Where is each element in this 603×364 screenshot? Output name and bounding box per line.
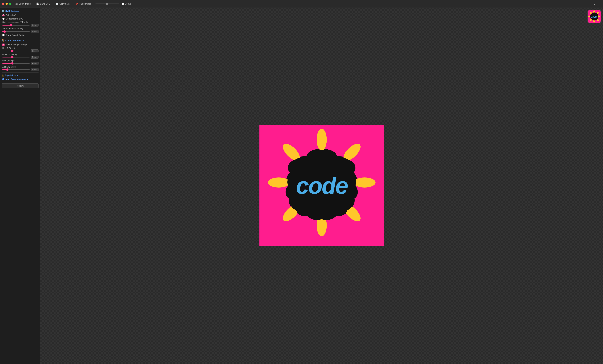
main-canvas: code — [259, 125, 384, 246]
zoom-slider[interactable] — [95, 3, 119, 4]
alpha-label: Alpha (1 Steps) — [2, 66, 16, 68]
open-image-label: Open Image — [19, 2, 31, 5]
input-size-icon: 📐 — [2, 74, 4, 77]
open-image-icon: 🖼 — [15, 2, 18, 5]
blue-reset[interactable]: Reset — [31, 62, 38, 65]
suppress-speckles-slider[interactable] — [2, 25, 30, 25]
posterize-checkbox[interactable] — [2, 44, 5, 46]
monochrome-svg-row: Monochrome SVG — [2, 17, 38, 20]
chevron-down-icon[interactable]: ⌄ — [593, 1, 596, 6]
red-reset[interactable]: Reset — [31, 49, 38, 52]
paste-image-label: Paste Image — [79, 2, 91, 5]
save-svg-icon: 💾 — [36, 2, 39, 5]
suppress-speckles-reset[interactable]: Reset — [31, 24, 38, 27]
input-preprocessing-icon: 🖼 — [2, 78, 4, 80]
green-slider[interactable] — [2, 57, 30, 57]
monochrome-svg-radio[interactable] — [2, 18, 5, 20]
posterize-label: Posterize Input Image — [6, 43, 27, 46]
alpha-slider-row: Reset — [2, 68, 38, 71]
red-label: Red (5 Steps) — [2, 47, 15, 49]
suppress-speckles-label: Suppress speckles (2 Pixels) — [2, 21, 38, 23]
stroke-width-label: Stroke Width (0 Pixels) — [2, 27, 38, 30]
svg-point-1 — [317, 129, 327, 151]
canvas-area[interactable]: code code — [40, 8, 603, 364]
blue-slider-row: Reset — [2, 62, 38, 65]
svg-options-chevron: ▼ — [20, 10, 22, 12]
debug-label[interactable]: Debug — [122, 2, 131, 5]
input-preprocessing-header[interactable]: 🖼 Input Preprocessing ▶ — [2, 78, 38, 80]
svg-text:code: code — [296, 172, 348, 199]
color-channels-label: Color Channels — [5, 39, 22, 42]
save-svg-button[interactable]: 💾 Save SVG — [35, 2, 52, 6]
color-channels-header[interactable]: 🎨 Color Channels ▼ — [2, 39, 38, 42]
input-size-label: Input Size — [5, 74, 16, 77]
svg-options-label: SVG Options — [5, 10, 19, 12]
green-reset[interactable]: Reset — [31, 56, 38, 59]
divider-2 — [2, 72, 38, 73]
blue-slider[interactable] — [2, 63, 30, 64]
save-svg-label: Save SVG — [40, 2, 50, 5]
debug-text: Debug — [125, 2, 131, 5]
show-expert-label: Show Expert Options — [6, 34, 26, 36]
reset-all-button[interactable]: Reset All — [2, 83, 38, 88]
close-button[interactable] — [2, 3, 4, 5]
color-channels-chevron: ▼ — [23, 40, 24, 41]
stroke-width-slider[interactable] — [2, 31, 30, 32]
paste-image-button[interactable]: 📌 Paste Image — [74, 2, 93, 6]
copy-svg-label: Copy SVG — [59, 2, 70, 5]
blue-label: Blue (5 Steps) — [2, 59, 15, 62]
copy-svg-icon: 📋 — [56, 2, 58, 5]
thumbnail: code — [588, 10, 601, 23]
svg-point-7 — [268, 177, 290, 188]
minimize-button[interactable] — [6, 3, 8, 5]
svg-point-3 — [354, 177, 375, 188]
alpha-slider[interactable] — [2, 69, 30, 70]
show-expert-checkbox[interactable] — [2, 34, 5, 36]
titlebar-actions: ⌄ ⋮ — [593, 1, 601, 6]
debug-checkbox[interactable] — [122, 3, 124, 5]
titlebar: 🖼 Open Image 💾 Save SVG 📋 Copy SVG 📌 Pas… — [0, 0, 603, 8]
posterize-row: Posterize Input Image — [2, 43, 38, 46]
stroke-width-reset[interactable]: Reset — [31, 30, 38, 33]
alpha-reset[interactable]: Reset — [31, 68, 38, 71]
suppress-speckles-row: Reset — [2, 24, 38, 27]
red-slider[interactable] — [2, 51, 30, 51]
stroke-width-row: Reset — [2, 30, 38, 33]
input-preprocessing-label: Input Preprocessing — [5, 78, 26, 80]
copy-svg-button[interactable]: 📋 Copy SVG — [54, 2, 71, 6]
input-size-header[interactable]: 📐 Input Size ▶ — [2, 74, 38, 77]
svg-options-icon: ⚙️ — [2, 10, 4, 12]
paste-image-icon: 📌 — [75, 2, 78, 5]
show-expert-row: Show Expert Options — [2, 34, 38, 36]
input-preprocessing-chevron: ▶ — [27, 78, 28, 80]
monochrome-svg-label: Monochrome SVG — [6, 17, 23, 20]
color-svg-radio[interactable] — [2, 14, 5, 16]
green-label: Green (5 Steps) — [2, 53, 17, 56]
sidebar: ⚙️ SVG Options ▼ Color SVG Monochrome SV… — [0, 8, 40, 364]
color-svg-row: Color SVG — [2, 14, 38, 16]
divider-1 — [2, 38, 38, 38]
color-channels-icon: 🎨 — [2, 39, 4, 42]
main-content: ⚙️ SVG Options ▼ Color SVG Monochrome SV… — [0, 8, 603, 364]
green-slider-row: Reset — [2, 56, 38, 59]
traffic-lights — [2, 3, 11, 5]
open-image-button[interactable]: 🖼 Open Image — [14, 2, 32, 6]
red-slider-row: Reset — [2, 49, 38, 52]
input-size-chevron: ▶ — [17, 74, 18, 76]
color-svg-label: Color SVG — [6, 14, 16, 16]
svg-options-header[interactable]: ⚙️ SVG Options ▼ — [2, 10, 38, 12]
svg-text:code: code — [591, 15, 597, 18]
fullscreen-button[interactable] — [9, 3, 11, 5]
ellipsis-icon[interactable]: ⋮ — [597, 1, 601, 6]
